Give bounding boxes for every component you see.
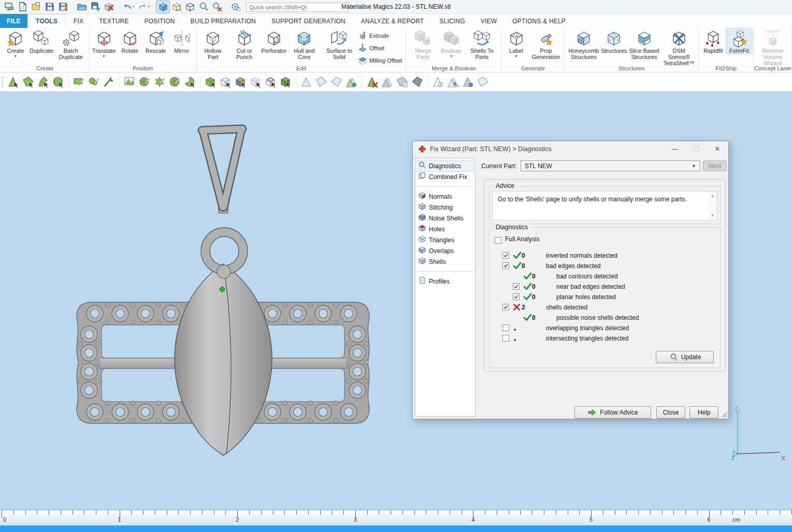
dialog-minimize-button[interactable]: — xyxy=(666,142,684,156)
mark-brush-icon[interactable] xyxy=(87,75,102,90)
shade-marked-icon[interactable] xyxy=(410,75,425,90)
zoom-fit-icon[interactable] xyxy=(156,1,169,13)
tab-analyze-report[interactable]: ANALYZE & REPORT xyxy=(353,14,431,28)
tab-file[interactable]: FILE xyxy=(0,14,27,28)
next-button[interactable]: Next xyxy=(703,160,727,171)
invert-marked-icon[interactable] xyxy=(380,75,395,90)
plane-outline-tool-icon[interactable] xyxy=(476,75,491,90)
undo-icon-dropdown[interactable]: ▾ xyxy=(133,5,135,9)
ribbon-button-slice-based-structures[interactable]: Slice Based Structures xyxy=(627,28,661,60)
unzoom-icon[interactable] xyxy=(210,1,223,13)
sidebar-item-triangles[interactable]: Triangles xyxy=(415,234,475,245)
select-marked-cube-icon[interactable] xyxy=(264,75,278,90)
settings-gear-icon[interactable] xyxy=(229,1,242,13)
full-analysis-checkbox[interactable] xyxy=(495,237,501,244)
select-visible-cube-icon[interactable] xyxy=(219,75,233,90)
save-part-as-icon[interactable] xyxy=(56,1,69,13)
mark-circle-icon[interactable] xyxy=(168,75,182,90)
sidebar-item-shells[interactable]: Shells xyxy=(415,256,475,267)
ribbon-button-dsm-somos-tetrashell[interactable]: DSM Somos® TetraShell™ xyxy=(661,28,697,66)
tab-support-generation[interactable]: SUPPORT GENERATION xyxy=(264,14,353,28)
dialog-close-icon[interactable]: ✕ xyxy=(709,142,726,156)
mark-star-icon[interactable] xyxy=(153,75,167,90)
ribbon-button-hull-and-core[interactable]: Hull and Core xyxy=(287,28,322,60)
save-part-icon[interactable] xyxy=(43,1,56,13)
mark-rectangle-icon[interactable] xyxy=(72,75,87,90)
boolean-dropdown-caret[interactable]: ▼ xyxy=(450,54,453,58)
tab-options-help[interactable]: OPTIONS & HELP xyxy=(505,14,573,28)
diagnostic-checkbox[interactable] xyxy=(513,293,520,300)
tab-build-preparation[interactable]: BUILD PREPARATION xyxy=(183,14,264,28)
select-shell-cube-icon[interactable] xyxy=(279,75,293,90)
horizontal-scrollbar[interactable] xyxy=(0,525,792,532)
tab-slicing[interactable]: SLICING xyxy=(431,14,472,28)
ribbon-button-milling-offset[interactable]: Milling Offset xyxy=(358,55,402,66)
new-document-icon[interactable] xyxy=(16,1,29,13)
close-button[interactable]: Close xyxy=(656,406,685,419)
select-shells-icon[interactable] xyxy=(51,75,66,90)
paint-drops-tool-icon[interactable] xyxy=(446,75,460,90)
redo-icon-dropdown[interactable]: ▾ xyxy=(148,5,150,9)
scroll-up-icon[interactable]: ▲ xyxy=(711,194,715,198)
translate-dropdown-caret[interactable]: ▼ xyxy=(102,54,106,58)
ribbon-button-merge-parts[interactable]: Merge Parts xyxy=(408,28,438,60)
viewport-3d[interactable]: Y X Z Fix Wizard (Part: STL NEW) > Diagn… xyxy=(0,92,792,510)
ribbon-button-rotate[interactable]: Rotate xyxy=(117,28,143,54)
select-surfaces-icon[interactable] xyxy=(36,75,51,90)
select-planes-icon[interactable] xyxy=(21,75,36,90)
diagnostic-checkbox[interactable] xyxy=(502,252,509,259)
label-dropdown-caret[interactable]: ▼ xyxy=(514,54,518,58)
diagnostic-checkbox[interactable] xyxy=(502,262,509,269)
deselect-cube-icon[interactable] xyxy=(249,75,263,90)
ribbon-button-rapidfit[interactable]: Rapidfit xyxy=(700,28,726,54)
sidebar-item-stitching[interactable]: Stitching xyxy=(415,202,475,213)
save-project-icon[interactable] xyxy=(89,1,102,13)
unload-part-icon[interactable] xyxy=(102,1,115,13)
ribbon-button-rescale[interactable]: Rescale xyxy=(143,28,169,54)
sidebar-item-normals[interactable]: Normals xyxy=(415,191,475,202)
triangles-fill-drop-icon[interactable] xyxy=(344,75,359,90)
sidebar-item-holes[interactable]: Holes xyxy=(415,224,475,234)
delete-marked-icon[interactable] xyxy=(365,75,380,90)
diagnostic-checkbox[interactable] xyxy=(513,283,520,290)
zoom-in-icon[interactable] xyxy=(197,1,210,13)
window-mark-triangles-icon[interactable] xyxy=(123,75,137,90)
load-project-icon[interactable] xyxy=(75,1,88,13)
ribbon-button-honeycomb-structures[interactable]: Honeycomb Structures xyxy=(566,28,601,60)
ribbon-button-hollow-part[interactable]: Hollow Part xyxy=(198,28,228,60)
quick-search-input[interactable] xyxy=(246,3,349,12)
ribbon-button-perforator[interactable]: Perforator xyxy=(261,28,287,54)
select-triangles-icon[interactable] xyxy=(6,75,21,90)
select-colored-cube-icon[interactable] xyxy=(234,75,248,90)
resize-grip[interactable] xyxy=(721,411,728,418)
ribbon-button-remove-volume-wizard[interactable]: CONCEPTLASER Remove Volume Wizard xyxy=(756,28,790,66)
mark-contour-icon[interactable] xyxy=(102,75,117,90)
create-dropdown-caret[interactable]: ▼ xyxy=(14,54,18,58)
load-part-icon[interactable] xyxy=(30,1,42,13)
zoom-part-icon[interactable] xyxy=(170,1,183,13)
dialog-maximize-button[interactable]: ▢ xyxy=(687,142,705,156)
smooth-tool-icon[interactable] xyxy=(431,75,445,90)
sidebar-item-combined-fix[interactable]: Combined Fix xyxy=(415,171,475,182)
ribbon-button-mirror[interactable]: Mirror xyxy=(169,28,195,54)
plane-tool-flip-icon[interactable] xyxy=(329,75,344,90)
ribbon-button-boolean[interactable]: Boolean▼ xyxy=(439,28,465,58)
ribbon-button-extrude[interactable]: Extrude xyxy=(358,31,402,41)
window-mark-brush-icon[interactable] xyxy=(138,75,152,90)
ribbon-button-duplicate[interactable]: Duplicate xyxy=(28,28,54,54)
sidebar-item-diagnostics[interactable]: Diagnostics xyxy=(415,160,475,171)
view-cube-icon[interactable] xyxy=(183,1,196,13)
tab-tools[interactable]: TOOLS xyxy=(27,14,66,28)
sidebar-item-profiles[interactable]: Profiles xyxy=(415,276,475,287)
ribbon-button-label[interactable]: A Label▼ xyxy=(503,28,529,58)
toolbar-drag-handle[interactable] xyxy=(2,77,4,87)
triangle-tool-ghost-icon[interactable] xyxy=(299,75,314,90)
ribbon-button-surface-to-solid[interactable]: Surface to Solid xyxy=(322,28,357,60)
ribbon-button-translate[interactable]: Translate▼ xyxy=(91,28,117,58)
diagnostic-checkbox[interactable] xyxy=(502,335,509,342)
tab-texture[interactable]: TEXTURE xyxy=(91,14,136,28)
ribbon-button-create[interactable]: Create▼ xyxy=(3,28,28,58)
follow-advice-button[interactable]: Follow Advice xyxy=(574,406,651,419)
ribbon-button-formfit[interactable]: FormFit xyxy=(726,28,752,54)
paint-drop-tool-icon[interactable] xyxy=(461,75,476,90)
